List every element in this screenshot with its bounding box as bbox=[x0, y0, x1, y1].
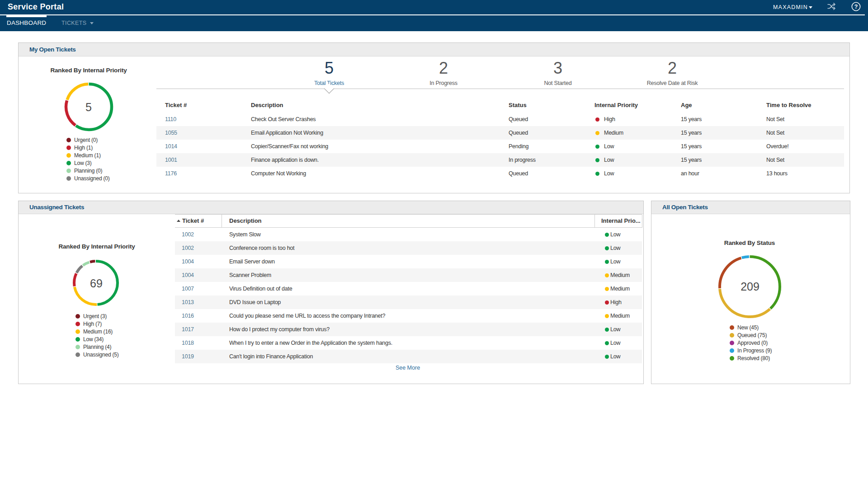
svg-text:?: ? bbox=[854, 4, 858, 10]
